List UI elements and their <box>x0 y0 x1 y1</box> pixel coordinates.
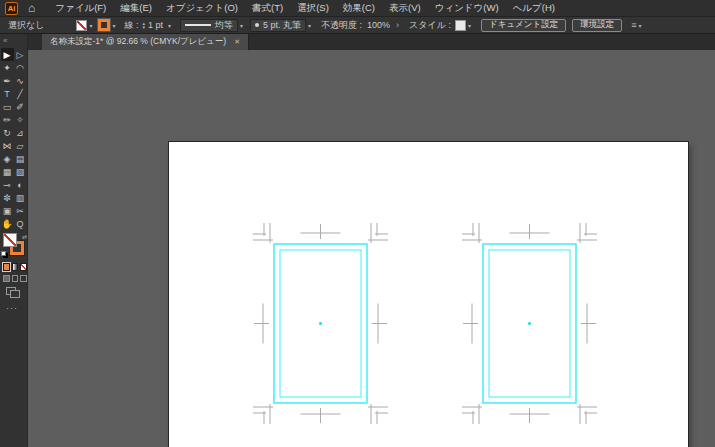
opacity-value[interactable]: 100% <box>367 20 390 30</box>
none-button[interactable] <box>20 263 27 271</box>
swap-fill-stroke-icon[interactable]: ⇄ <box>22 233 27 240</box>
shaper-tool-icon: ✧ <box>16 115 24 125</box>
width-profile-dropdown[interactable]: 均等 <box>180 19 238 32</box>
preferences-button[interactable]: 環境設定 <box>572 19 622 32</box>
menu-edit[interactable]: 編集(E) <box>120 2 152 15</box>
control-panel-menu-dropdown-icon[interactable]: ▾ <box>638 22 641 29</box>
hand-tool-icon: ✋ <box>1 219 12 229</box>
lasso-tool[interactable]: ◠ <box>14 61 27 74</box>
symbol-sprayer-tool[interactable]: ✼ <box>1 191 14 204</box>
document-tab-title: 名称未設定-1* @ 92.66 % (CMYK/プレビュー) <box>50 36 226 48</box>
screen-mode-icon-overlay <box>10 290 20 298</box>
width-tool[interactable]: ⋈ <box>1 139 14 152</box>
tab-close-icon[interactable]: ✕ <box>234 38 240 46</box>
scale-tool[interactable]: ⊿ <box>14 126 27 139</box>
width-profile-dropdown-icon[interactable]: ▾ <box>240 22 243 29</box>
default-fill-stroke-icon[interactable] <box>1 251 6 256</box>
rectangle-tool[interactable]: ▭ <box>1 100 14 113</box>
eyedropper-tool-icon: ⊸ <box>3 180 11 190</box>
gradient-button[interactable] <box>12 263 19 271</box>
fill-dropdown-icon[interactable]: ▾ <box>89 22 92 29</box>
magic-wand-tool[interactable]: ✦ <box>1 61 14 74</box>
mesh-tool[interactable]: ▦ <box>1 165 14 178</box>
screen-mode-button[interactable] <box>0 287 27 299</box>
control-panel-menu-icon[interactable]: ≡ <box>631 20 636 30</box>
menu-object[interactable]: オブジェクト(O) <box>166 2 238 15</box>
pencil-tool-icon: ✏ <box>3 115 11 125</box>
style-dropdown-icon[interactable]: ▾ <box>468 22 471 29</box>
blend-tool-icon: ◐ <box>17 180 22 190</box>
stroke-line-preview-icon <box>185 24 211 26</box>
zoom-tool[interactable]: Q <box>14 217 27 230</box>
menu-window[interactable]: ウィンドウ(W) <box>435 2 499 15</box>
perspective-grid-tool-icon: ▤ <box>16 154 25 164</box>
color-mode-buttons <box>0 263 27 271</box>
menu-file[interactable]: ファイル(F) <box>55 2 106 15</box>
selection-tool[interactable]: ▶ <box>1 48 14 61</box>
curvature-tool[interactable]: ∿ <box>14 74 27 87</box>
trim-mark-group-2[interactable] <box>462 223 597 424</box>
document-setup-button[interactable]: ドキュメント設定 <box>481 19 566 32</box>
artboard-tool[interactable]: ▣ <box>1 204 14 217</box>
stroke-weight-stepper[interactable]: ▴ ▾ <box>142 21 145 29</box>
home-icon[interactable]: ⌂ <box>28 3 35 13</box>
shape-builder-tool[interactable]: ◈ <box>1 152 14 165</box>
draw-behind-button[interactable] <box>12 275 19 282</box>
hand-tool[interactable]: ✋ <box>1 217 14 230</box>
menu-help[interactable]: ヘルプ(H) <box>513 2 555 15</box>
document-tab-bar: 名称未設定-1* @ 92.66 % (CMYK/プレビュー) ✕ <box>28 34 715 50</box>
selection-status: 選択なし <box>8 19 44 32</box>
opacity-panel-arrow-icon[interactable]: › <box>396 20 399 30</box>
center-point[interactable] <box>528 322 531 325</box>
direct-selection-tool[interactable]: ▷ <box>14 48 27 61</box>
gradient-tool[interactable]: ▧ <box>14 165 27 178</box>
free-transform-tool[interactable]: ▱ <box>14 139 27 152</box>
slice-tool-icon: ✂ <box>16 206 24 216</box>
artboard[interactable] <box>169 142 688 447</box>
brush-dropdown-icon[interactable]: ▾ <box>308 22 311 29</box>
selection-tool-icon: ▶ <box>4 50 11 60</box>
illustrator-app-icon[interactable]: Ai <box>5 2 18 15</box>
stroke-color-swatch[interactable] <box>98 19 110 31</box>
paintbrush-tool[interactable]: ✐ <box>14 100 27 113</box>
stepper-down-icon[interactable]: ▾ <box>142 25 145 29</box>
stroke-weight-label: 線 : <box>124 19 138 32</box>
edit-toolbar-button[interactable]: ··· <box>0 303 27 313</box>
pencil-tool[interactable]: ✏ <box>1 113 14 126</box>
line-segment-tool[interactable]: ╱ <box>14 87 27 100</box>
stroke-weight-dropdown-icon[interactable]: ▾ <box>168 22 171 29</box>
menu-select[interactable]: 選択(S) <box>297 2 329 15</box>
fill-indicator-none[interactable] <box>3 233 17 247</box>
blend-tool[interactable]: ◐ <box>14 178 27 191</box>
draw-inside-button[interactable] <box>20 275 27 282</box>
center-point[interactable] <box>319 322 322 325</box>
trim-mark-group-1[interactable] <box>253 223 388 424</box>
draw-normal-button[interactable] <box>3 275 10 282</box>
perspective-grid-tool[interactable]: ▤ <box>14 152 27 165</box>
pen-tool-icon: ✒ <box>3 76 11 86</box>
type-tool[interactable]: T <box>1 87 14 100</box>
pasteboard[interactable] <box>28 50 715 447</box>
rotate-tool[interactable]: ↻ <box>1 126 14 139</box>
control-bar: 選択なし ▾ ▾ 線 : ▴ ▾ 1 pt ▾ 均等 ▾ 5 pt. 丸筆 ▾ … <box>0 17 715 34</box>
menu-effect[interactable]: 効果(C) <box>343 2 375 15</box>
menu-type[interactable]: 書式(T) <box>252 2 283 15</box>
graph-tool[interactable]: ▥ <box>14 191 27 204</box>
shaper-tool[interactable]: ✧ <box>14 113 27 126</box>
slice-tool[interactable]: ✂ <box>14 204 27 217</box>
fill-color-swatch[interactable] <box>76 20 87 31</box>
artboard-tool-icon: ▣ <box>3 206 12 216</box>
menu-bar: Ai ⌂ ファイル(F)編集(E)オブジェクト(O)書式(T)選択(S)効果(C… <box>0 0 715 17</box>
eyedropper-tool[interactable]: ⊸ <box>1 178 14 191</box>
color-button[interactable] <box>3 263 10 271</box>
document-tab[interactable]: 名称未設定-1* @ 92.66 % (CMYK/プレビュー) ✕ <box>42 34 249 50</box>
paintbrush-tool-icon: ✐ <box>16 102 24 112</box>
graphic-style-swatch[interactable] <box>455 20 466 31</box>
toolbar-collapse-button[interactable]: « <box>0 34 27 48</box>
pen-tool[interactable]: ✒ <box>1 74 14 87</box>
stroke-dropdown-icon[interactable]: ▾ <box>112 22 115 29</box>
document-objects[interactable] <box>169 142 688 447</box>
menu-view[interactable]: 表示(V) <box>389 2 421 15</box>
stroke-weight-value[interactable]: 1 pt <box>148 20 163 30</box>
brush-definition-dropdown[interactable]: 5 pt. 丸筆 <box>250 19 306 32</box>
